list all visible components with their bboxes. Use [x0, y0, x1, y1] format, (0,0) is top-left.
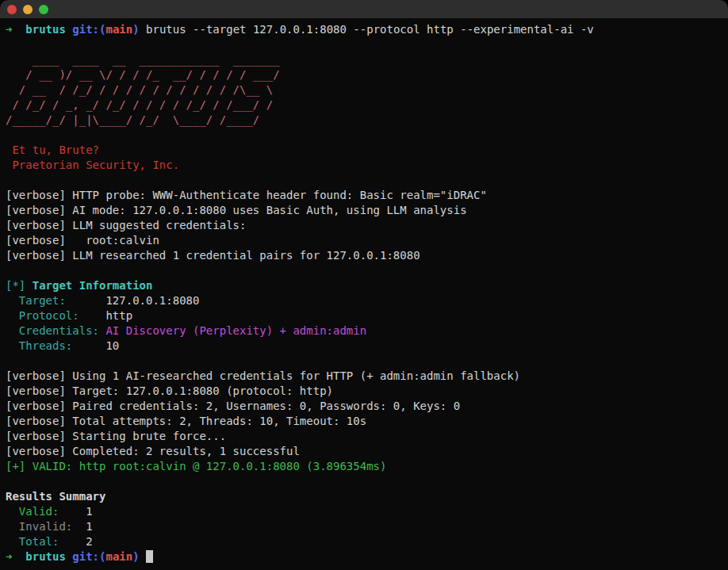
ascii-banner-line: ____ ____ __ ____________ _______: [6, 52, 728, 67]
verbose-line: [verbose] root:calvin: [6, 233, 728, 248]
target-info-row: Credentials: AI Discovery (Perplexity) +…: [6, 323, 728, 339]
terminal-window: ➜ brutus git:(main) brutus --target 127.…: [0, 0, 728, 570]
blank-line: [6, 128, 728, 143]
prompt-command-line: ➜ brutus git:(main) brutus --target 127.…: [6, 22, 728, 37]
terminal-output[interactable]: ➜ brutus git:(main) brutus --target 127.…: [0, 18, 728, 564]
verbose-line: [verbose] HTTP probe: WWW-Authenticate h…: [6, 188, 728, 203]
results-summary-header: Results Summary: [6, 489, 728, 504]
prompt-line: ➜ brutus git:(main): [6, 549, 728, 564]
verbose-line: [verbose] LLM suggested credentials:: [6, 218, 728, 233]
close-button[interactable]: [7, 5, 17, 14]
valid-result-line: [+] VALID: http root:calvin @ 127.0.0.1:…: [6, 459, 728, 474]
ascii-banner-line: / __ / /_/ / / / / / / / / / / /\__ \: [6, 82, 728, 98]
verbose-line: [verbose] AI mode: 127.0.0.1:8080 uses B…: [6, 203, 728, 218]
verbose-line: [verbose] Target: 127.0.0.1:8080 (protoc…: [6, 384, 728, 399]
verbose-line: [verbose] Starting brute force...: [6, 429, 728, 444]
blank-line: [6, 263, 728, 278]
ascii-banner-line: /_____/_/ |_|\____/ /_/ \____/ /____/: [6, 113, 728, 128]
verbose-line: [verbose] LLM researched 1 credential pa…: [6, 248, 728, 263]
window-titlebar[interactable]: [0, 0, 728, 18]
blank-line: [6, 173, 728, 188]
results-summary-row: Total: 2: [6, 534, 728, 549]
blank-line: [6, 354, 728, 369]
results-summary-row: Invalid: 1: [6, 519, 728, 534]
target-info-row: Threads: 10: [6, 339, 728, 354]
ascii-banner-line: / /_/ / _, _/ /_/ / / / / /_/ / /___/ /: [6, 98, 728, 113]
target-info-row: Target: 127.0.0.1:8080: [6, 293, 728, 308]
blank-line: [6, 37, 728, 52]
results-summary-row: Valid: 1: [6, 504, 728, 519]
target-info-row: Protocol: http: [6, 308, 728, 323]
zoom-button[interactable]: [39, 5, 48, 14]
verbose-line: [verbose] Total attempts: 2, Threads: 10…: [6, 414, 728, 429]
company-line: Praetorian Security, Inc.: [6, 158, 728, 173]
tagline: Et tu, Brute?: [6, 143, 728, 158]
verbose-line: [verbose] Completed: 2 results, 1 succes…: [6, 444, 728, 459]
verbose-line: [verbose] Paired credentials: 2, Usernam…: [6, 399, 728, 414]
blank-line: [6, 474, 728, 489]
terminal-cursor: [146, 550, 153, 563]
target-info-header: [*] Target Information: [6, 278, 728, 293]
minimize-button[interactable]: [23, 5, 33, 14]
verbose-line: [verbose] Using 1 AI-researched credenti…: [6, 369, 728, 384]
ascii-banner-line: / __ )/ __ \/ / / /_ __/ / / / / ___/: [6, 67, 728, 82]
